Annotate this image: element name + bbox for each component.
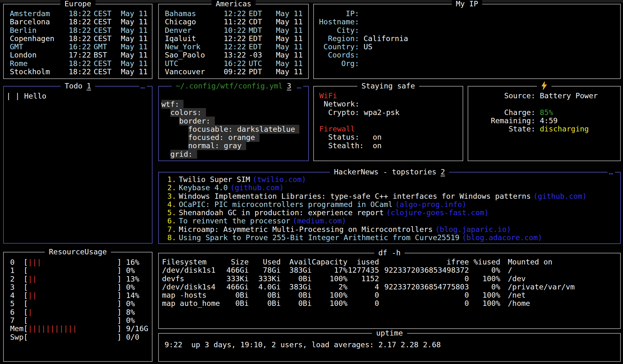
clock-timezone: -03 [249, 51, 276, 59]
panel-menu-ellipsis-icon[interactable]: … [296, 82, 303, 90]
story-domain-link[interactable]: (blog.adacore.com) [462, 234, 542, 242]
story-title[interactable]: Using Spark to Prove 255-Bit Integer Ari… [179, 234, 459, 242]
panel-menu-ellipsis-icon[interactable]: … [139, 82, 147, 90]
panel-title-europe: Europe [60, 0, 96, 8]
panel-todo[interactable]: Todo1 … | |Hello [3, 86, 153, 244]
ip-field-row: Country:US [314, 43, 620, 51]
hackernews-story[interactable]: 1.Twilio Super SIM(twilio.com) [159, 175, 620, 184]
df-column-header: ifree [379, 258, 469, 266]
clock-timezone: BST [94, 51, 121, 59]
resource-label: Swp [10, 333, 23, 341]
resource-meter-row: 2[|| ] 13% [10, 275, 152, 283]
df-cell: 466Gi [222, 283, 249, 291]
panel-title-text: df -h [378, 248, 401, 257]
panel-title-resource-usage: ResourceUsage [45, 248, 111, 256]
story-title[interactable]: To reinvent the processor [179, 217, 290, 225]
battery-row [468, 100, 620, 108]
hackernews-story[interactable]: 8.Using Spark to Prove 255-Bit Integer A… [159, 234, 620, 242]
clock-time: 18:22 [69, 26, 94, 34]
story-domain-link[interactable]: (algo-prog.info) [395, 200, 466, 209]
clock-time: 18:22 [69, 18, 94, 26]
ip-field-label: Org: [314, 59, 359, 68]
story-title[interactable]: Shenandoah GC in production: experience … [179, 209, 384, 217]
battery-value: discharging [540, 125, 589, 133]
clock-row: Sao_Paolo13:22-03May 11 [165, 51, 308, 59]
story-domain-link[interactable]: (blog.japaric.io) [435, 225, 511, 234]
clock-time: 11:22 [224, 18, 249, 26]
clock-date: May 11 [276, 18, 308, 26]
resource-label: 5 [10, 300, 23, 308]
panel-shortcut-key[interactable]: 3 [287, 82, 291, 90]
panel-config-file[interactable]: ~/.config/wtf/config.yml3 … wtf: colors:… [158, 86, 309, 161]
clock-timezone: CEST [94, 9, 121, 18]
panel-title-text: ResourceUsage [49, 247, 107, 256]
story-title[interactable]: Windows Implementation Libraries: type-s… [179, 192, 531, 200]
hackernews-story[interactable]: 2.Keybase 4.0(github.com) [159, 184, 620, 192]
story-domain-link[interactable]: (github.com) [533, 192, 587, 200]
clock-row: Bahamas12:22EDTMay 11 [165, 9, 308, 18]
clock-row: Denver10:22MDTMay 11 [165, 26, 308, 34]
story-rank: 2. [159, 184, 176, 192]
clock-city: Stockholm [10, 68, 69, 76]
df-table-row: devfs333Ki333Ki0Bi100%11520100%/dev [159, 275, 620, 283]
config-line-text: focusable: darkslateblue [188, 125, 300, 134]
clock-date: May 11 [276, 26, 308, 34]
clock-time: 16:22 [69, 43, 94, 51]
panel-shortcut-key[interactable]: 1 [87, 82, 91, 90]
config-line: wtf: [161, 100, 308, 108]
hackernews-story[interactable]: 4.OCaPIC: PIC microcontrollers programme… [159, 200, 620, 209]
df-cell: 9223372036854775803 [379, 283, 469, 291]
df-cell: 0Bi [281, 299, 312, 307]
clock-time: 12:22 [224, 43, 249, 51]
hackernews-story[interactable]: 3.Windows Implementation Libraries: type… [159, 192, 620, 200]
story-title[interactable]: Keybase 4.0 [179, 184, 228, 192]
hackernews-story[interactable]: 5.Shenandoah GC in production: experienc… [159, 209, 620, 217]
story-rank: 5. [159, 209, 176, 217]
story-domain-link[interactable]: (twilio.com) [252, 175, 306, 184]
todo-checkbox[interactable]: | | [6, 92, 20, 100]
battery-info: Source:Battery PowerCharge:85%Remaining:… [468, 87, 620, 133]
resource-bar-fill: ||| [28, 258, 41, 267]
story-title[interactable]: Microamp: Asymmetric Multi-Processing on… [179, 225, 433, 234]
panel-menu-ellipsis-icon[interactable]: … [607, 168, 615, 176]
story-domain-link[interactable]: (medium.com) [293, 217, 346, 225]
battery-row: Remaining:4:59 [468, 117, 620, 125]
panel-title-text: Europe [65, 0, 91, 8]
hackernews-story[interactable]: 7.Microamp: Asymmetric Multi-Processing … [159, 225, 620, 234]
resource-meter-row: Swp[ ] 0/0 [10, 333, 152, 341]
story-domain-link[interactable]: (clojure-goes-fast.com) [386, 209, 489, 217]
df-column-header: Capacity [312, 258, 347, 266]
resource-meter-row: 0[||| ] 16% [10, 258, 152, 266]
panel-hackernews[interactable]: HackerNews - topstories2 … 1.Twilio Supe… [158, 172, 621, 244]
security-info: WiFi Network: Crypto: wpa2-pskFirewall S… [314, 87, 463, 150]
battery-value: 85% [540, 108, 553, 117]
story-title[interactable]: OCaPIC: PIC microcontrollers programmed … [179, 200, 393, 209]
df-cell: 0Bi [281, 275, 312, 283]
panel-clocks-americas: Americas Bahamas12:22EDTMay 11Chicago11:… [158, 4, 309, 79]
clock-city: Iqaluit [165, 34, 224, 43]
clock-rows-europe: Amsterdam18:22CESTMay 11Barcelona18:22CE… [4, 4, 152, 76]
df-cell: 0 [379, 299, 469, 307]
clock-city: Vancouver [165, 68, 224, 76]
clock-row: Iqaluit12:22EDTMay 11 [165, 34, 308, 43]
panel-shortcut-key[interactable]: 2 [440, 167, 445, 176]
story-title[interactable]: Twilio Super SIM [179, 175, 250, 184]
panel-battery-power: Source:Battery PowerCharge:85%Remaining:… [468, 86, 621, 161]
clock-timezone: EDT [249, 34, 276, 43]
clock-row: Chicago11:22CDTMay 11 [165, 18, 308, 26]
hackernews-story[interactable]: 6.To reinvent the processor(medium.com) [159, 217, 620, 225]
resource-bar-fill: || [28, 275, 37, 283]
df-cell: 0Bi [281, 291, 312, 299]
clock-time: 16:22 [224, 59, 249, 68]
ip-field-label: Hostname: [314, 18, 359, 26]
story-domain-link[interactable]: (github.com) [230, 184, 284, 192]
battery-label: Source: [468, 92, 535, 100]
df-cell: 0Bi [249, 299, 281, 307]
resource-label: 7 [10, 316, 23, 325]
clock-city: London [10, 51, 69, 59]
clock-city: Chicago [165, 18, 224, 26]
security-line: Firewall [319, 125, 463, 133]
config-line: border: [161, 117, 308, 125]
clock-date: May 11 [121, 18, 152, 26]
todo-item[interactable]: | |Hello [6, 92, 149, 100]
